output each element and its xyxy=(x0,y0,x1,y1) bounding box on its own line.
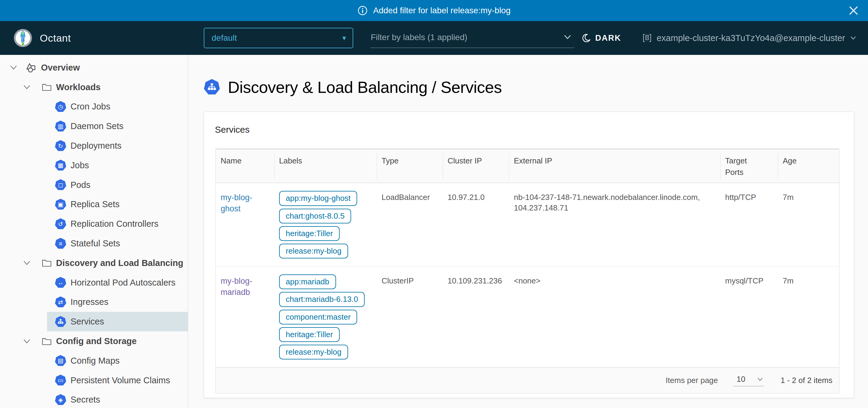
page-title: Discovery & Load Balancing / Services xyxy=(228,78,502,96)
label-pill[interactable]: app:mariadb xyxy=(279,274,336,289)
cell-labels: app:mariadb chart:mariadb-6.13.0 compone… xyxy=(274,267,377,367)
daemon-sets-icon: ▥ xyxy=(55,121,66,132)
column-header-age: Age xyxy=(778,149,839,183)
label-pill[interactable]: heritage:Tiller xyxy=(279,327,340,342)
sidebar-item-replication-controllers[interactable]: ↺ Replication Controllers xyxy=(0,214,188,234)
namespace-selector[interactable]: default ▾ xyxy=(204,28,353,48)
label-pill[interactable]: heritage:Tiller xyxy=(279,226,340,241)
sidebar-item-overview[interactable]: Overview xyxy=(0,58,188,78)
ingresses-icon: ⇄ xyxy=(55,296,66,308)
sidebar-item-replica-sets[interactable]: ▣ Replica Sets xyxy=(0,195,188,214)
service-link[interactable]: my-blog-ghost xyxy=(221,193,252,213)
chevron-down-icon[interactable] xyxy=(23,261,31,265)
table-row: my-blog-ghost app:my-blog-ghost chart:gh… xyxy=(216,183,839,266)
pagination-range: 1 - 2 of 2 items xyxy=(781,376,832,385)
folder-icon xyxy=(41,258,52,267)
cell-labels: app:my-blog-ghost chart:ghost-8.0.5 heri… xyxy=(274,183,377,266)
label-pill[interactable]: app:my-blog-ghost xyxy=(279,191,357,206)
main-content: Discovery & Load Balancing / Services Se… xyxy=(188,55,868,408)
column-header-labels: Labels xyxy=(274,149,377,183)
sidebar-item-horizontal-pod-autoscalers[interactable]: ↔ Horizontal Pod Autoscalers xyxy=(0,273,188,292)
sidebar-item-label: Pods xyxy=(70,180,90,190)
label-filter-text: Filter by labels (1 applied) xyxy=(371,33,467,42)
namespace-value: default xyxy=(212,33,237,43)
info-icon xyxy=(358,5,368,16)
label-pill[interactable]: release:my-blog xyxy=(279,345,348,359)
column-header-name: Name xyxy=(216,149,274,183)
theme-toggle-button[interactable]: DARK xyxy=(581,33,621,43)
sidebar-item-secrets[interactable]: ◈ Secrets xyxy=(0,390,188,408)
sidebar-item-deployments[interactable]: ↻ Deployments xyxy=(0,136,188,155)
chevron-down-icon[interactable] xyxy=(10,65,18,70)
deployments-icon: ↻ xyxy=(55,140,66,152)
sidebar-item-label: Workloads xyxy=(56,82,101,92)
cluster-selector[interactable]: example-cluster-ka3TuTzYo4a@example-clus… xyxy=(642,33,857,43)
sidebar-item-services[interactable]: Services xyxy=(0,312,188,331)
app-header: Octant default ▾ Filter by labels (1 app… xyxy=(0,21,868,55)
app-title: Octant xyxy=(40,32,71,44)
jobs-icon: ▦ xyxy=(55,159,66,171)
sidebar-item-label: Persistent Volume Claims xyxy=(70,375,170,385)
cell-target-ports: http/TCP xyxy=(720,183,778,266)
items-per-page-label: Items per page xyxy=(666,376,718,385)
caret-down-icon: ▾ xyxy=(342,34,346,41)
cell-type: ClusterIP xyxy=(377,267,443,367)
banner-close-icon[interactable] xyxy=(848,5,859,16)
cluster-icon xyxy=(642,33,652,43)
cell-cluster-ip: 10.97.21.0 xyxy=(443,183,509,266)
cluster-value: example-cluster-ka3TuTzYo4a@example-clus… xyxy=(657,33,845,43)
sidebar-item-pods[interactable]: ◻ Pods xyxy=(0,175,188,195)
sidebar-item-label: Deployments xyxy=(70,141,121,151)
sidebar-group-discovery-and-load-balancing[interactable]: Discovery and Load Balancing xyxy=(0,253,188,273)
chevron-down-icon[interactable] xyxy=(23,339,31,344)
sidebar-item-jobs[interactable]: ▦ Jobs xyxy=(0,155,188,175)
sidebar-item-daemon-sets[interactable]: ▥ Daemon Sets xyxy=(0,116,188,136)
sidebar-item-label: Cron Jobs xyxy=(70,101,110,112)
sidebar-item-persistent-volume-claims[interactable]: ▭ Persistent Volume Claims xyxy=(0,371,188,390)
sidebar-item-ingresses[interactable]: ⇄ Ingresses xyxy=(0,292,188,312)
banner-message: Added filter for label release:my-blog xyxy=(373,6,510,16)
services-card: Services Name Labels Type Cluster IP Ext… xyxy=(204,112,854,398)
service-link[interactable]: my-blog-mariadb xyxy=(221,276,252,296)
theme-toggle-label: DARK xyxy=(595,33,621,43)
chevron-down-icon xyxy=(563,34,572,40)
label-pill[interactable]: chart:ghost-8.0.5 xyxy=(279,209,351,224)
pods-icon: ◻ xyxy=(55,179,66,191)
sidebar-group-config-and-storage[interactable]: Config and Storage xyxy=(0,331,188,351)
sidebar-item-cron-jobs[interactable]: ◷ Cron Jobs xyxy=(0,97,188,117)
cell-name: my-blog-mariadb xyxy=(216,267,274,367)
page-size-select[interactable]: 10 xyxy=(733,375,764,386)
sidebar-item-label: Stateful Sets xyxy=(70,238,120,249)
services-table: Name Labels Type Cluster IP External IP … xyxy=(216,149,839,394)
octant-logo xyxy=(13,28,33,48)
replication-controllers-icon: ↺ xyxy=(55,218,66,230)
card-title: Services xyxy=(215,124,854,135)
sidebar-item-stateful-sets[interactable]: ≡ Stateful Sets xyxy=(0,234,188,253)
column-header-cluster-ip: Cluster IP xyxy=(443,149,509,183)
sidebar-group-workloads[interactable]: Workloads xyxy=(0,78,188,97)
cell-cluster-ip: 10.109.231.236 xyxy=(443,267,509,367)
cell-name: my-blog-ghost xyxy=(216,183,274,266)
folder-icon xyxy=(41,83,52,92)
label-pill[interactable]: chart:mariadb-6.13.0 xyxy=(279,292,365,307)
cell-external-ip: nb-104-237-148-71.newark.nodebalancer.li… xyxy=(509,183,720,266)
cell-external-ip: <none> xyxy=(509,267,720,367)
sidebar-item-config-maps[interactable]: ▤ Config Maps xyxy=(0,351,188,371)
cell-type: LoadBalancer xyxy=(377,183,443,266)
objects-icon xyxy=(25,62,37,73)
table-row: my-blog-mariadb app:mariadb chart:mariad… xyxy=(216,266,839,367)
label-pill[interactable]: release:my-blog xyxy=(279,244,348,258)
cron-jobs-icon: ◷ xyxy=(55,101,66,113)
stateful-sets-icon: ≡ xyxy=(55,238,66,250)
brand: Octant xyxy=(13,28,71,48)
persistent-volume-claims-icon: ▭ xyxy=(55,375,66,386)
chevron-down-icon[interactable] xyxy=(23,85,31,90)
sidebar-item-label: Config Maps xyxy=(70,356,120,366)
info-banner: Added filter for label release:my-blog xyxy=(0,0,868,21)
label-filter-dropdown[interactable]: Filter by labels (1 applied) xyxy=(370,28,575,48)
replica-sets-icon: ▣ xyxy=(55,199,66,210)
label-pill[interactable]: component:master xyxy=(279,310,357,324)
config-maps-icon: ▤ xyxy=(55,355,66,367)
services-icon xyxy=(204,79,220,95)
sidebar-item-label: Overview xyxy=(41,63,80,73)
